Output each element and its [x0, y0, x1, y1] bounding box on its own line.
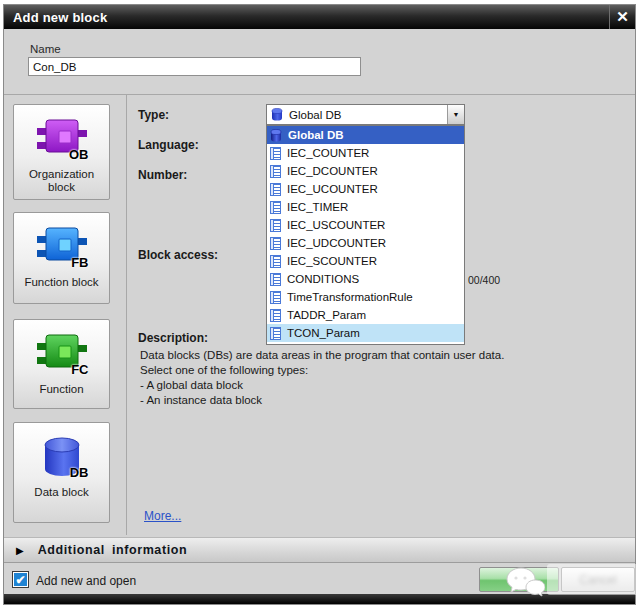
screenshot-stage: Add new block ✕ Name OB Organ — [0, 0, 640, 610]
datatype-icon — [270, 201, 281, 214]
fb-abbr: FB — [71, 255, 88, 270]
dialog-title-bar: Add new block — [4, 5, 635, 29]
watermark-overlay — [547, 564, 640, 595]
function-block-label: Function block — [19, 276, 105, 289]
dropdown-item-iec-dcounter[interactable]: IEC_DCOUNTER — [267, 162, 464, 180]
description-label: Description: — [138, 331, 208, 345]
dropdown-item-iec-timer[interactable]: IEC_TIMER — [267, 198, 464, 216]
language-label: Language: — [138, 138, 199, 152]
description-line: Select one of the following types: — [140, 364, 308, 376]
datatype-icon — [270, 327, 281, 340]
close-icon[interactable]: ✕ — [609, 5, 635, 29]
add-new-and-open-label: Add new and open — [36, 574, 136, 588]
datatype-icon — [270, 219, 281, 232]
expander-arrow-icon: ▶ — [16, 545, 24, 556]
header-divider — [4, 94, 635, 95]
fc-block-icon: FC — [37, 332, 87, 376]
chevron-down-icon[interactable]: ▼ — [447, 105, 464, 124]
function-label: Function — [19, 383, 105, 396]
datatype-icon — [270, 237, 281, 250]
description-line: - An instance data block — [140, 394, 262, 406]
organization-block-button[interactable]: OB Organization block — [13, 104, 110, 200]
dialog-title: Add new block — [4, 10, 107, 25]
dropdown-item-global-db[interactable]: Global DB — [267, 126, 464, 144]
datatype-icon — [270, 273, 281, 286]
data-block-button[interactable]: DB Data block — [13, 422, 110, 523]
dropdown-item-iec-counter[interactable]: IEC_COUNTER — [267, 144, 464, 162]
db-cylinder-icon — [270, 129, 282, 142]
cursor-sticker-icon — [505, 566, 545, 600]
datatype-icon — [270, 165, 281, 178]
type-label: Type: — [138, 108, 169, 122]
organization-block-label: Organization block — [19, 168, 105, 194]
block-access-label: Block access: — [138, 248, 218, 262]
add-new-and-open-checkbox[interactable]: ✔ — [12, 571, 29, 588]
additional-information-label: Additional information — [38, 543, 188, 557]
checkmark-icon: ✔ — [15, 574, 25, 586]
db-cylinder-icon: DB — [37, 435, 87, 479]
ob-abbr: OB — [69, 147, 89, 162]
fc-abbr: FC — [71, 362, 88, 377]
additional-information-expander[interactable]: ▶ Additional information — [4, 537, 635, 563]
dropdown-item-iec-uscounter[interactable]: IEC_USCOUNTER — [267, 216, 464, 234]
datatype-icon — [270, 183, 281, 196]
more-link[interactable]: More... — [144, 509, 181, 523]
data-block-label: Data block — [19, 486, 105, 499]
description-line: - A global data block — [140, 379, 243, 391]
add-new-block-dialog: Add new block ✕ Name OB Organ — [3, 4, 636, 605]
db-cylinder-icon — [271, 108, 283, 121]
dropdown-item-iec-scounter[interactable]: IEC_SCOUNTER — [267, 252, 464, 270]
number-label: Number: — [138, 168, 187, 182]
fb-block-icon: FB — [37, 225, 87, 269]
dropdown-item-taddr-param[interactable]: TADDR_Param — [267, 306, 464, 324]
dropdown-item-conditions[interactable]: CONDITIONS — [267, 270, 464, 288]
datatype-icon — [270, 255, 281, 268]
datatype-icon — [270, 291, 281, 304]
datatype-icon — [270, 309, 281, 322]
description-line: Data blocks (DBs) are data areas in the … — [140, 349, 504, 361]
sidebar-divider — [126, 95, 127, 535]
dropdown-item-timetransformationrule[interactable]: TimeTransformationRule — [267, 288, 464, 306]
type-combobox[interactable]: Global DB ▼ — [266, 104, 465, 125]
dropdown-item-tcon-param[interactable]: TCON_Param — [267, 324, 464, 342]
type-dropdown-list: Global DB IEC_COUNTER IEC_DCOUNTER IEC_U… — [266, 125, 465, 345]
name-input[interactable] — [28, 57, 361, 76]
name-label: Name — [30, 43, 61, 55]
function-block-button[interactable]: FB Function block — [13, 212, 110, 304]
ob-block-icon: OB — [37, 117, 87, 161]
dropdown-item-iec-udcounter[interactable]: IEC_UDCOUNTER — [267, 234, 464, 252]
datatype-icon — [270, 147, 281, 160]
type-combobox-value: Global DB — [289, 109, 447, 121]
block-access-partial-value: 00/400 — [468, 274, 500, 286]
db-abbr: DB — [70, 465, 89, 480]
dropdown-item-iec-ucounter[interactable]: IEC_UCOUNTER — [267, 180, 464, 198]
function-button[interactable]: FC Function — [13, 319, 110, 409]
